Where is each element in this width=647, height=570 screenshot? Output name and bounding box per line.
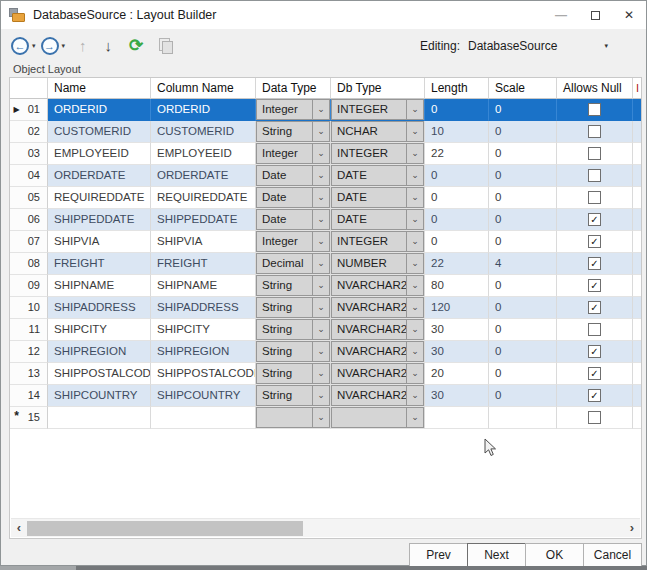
row-indicator-cell[interactable]: 11 (10, 319, 48, 341)
row-indicator-cell[interactable]: 06 (10, 209, 48, 231)
allows-null-checkbox[interactable]: ✓ (588, 235, 601, 248)
grid-row-11[interactable]: 11SHIPCITYSHIPCITYString⌄NVARCHAR2⌄300 (10, 319, 641, 341)
chevron-down-icon[interactable]: ⌄ (312, 100, 329, 119)
row-indicator-cell[interactable]: 10 (10, 297, 48, 319)
data-type-select[interactable]: String⌄ (256, 297, 330, 318)
data-type-select[interactable]: String⌄ (256, 363, 330, 384)
data-type-select[interactable]: Decimal⌄ (256, 253, 330, 274)
chevron-down-icon[interactable]: ⌄ (312, 210, 329, 229)
name-cell[interactable]: EMPLOYEEID (48, 143, 151, 165)
allows-null-checkbox[interactable]: ✓ (588, 279, 601, 292)
column-name-cell[interactable]: SHIPCOUNTRY (151, 385, 256, 407)
allows-null-checkbox[interactable] (588, 411, 601, 424)
chevron-down-icon[interactable]: ⌄ (312, 188, 329, 207)
allows-null-checkbox[interactable]: ✓ (588, 213, 601, 226)
chevron-down-icon[interactable]: ⌄ (406, 276, 423, 295)
column-header-name[interactable]: Name (48, 78, 151, 99)
next-button[interactable]: Next (467, 543, 526, 567)
chevron-down-icon[interactable]: ⌄ (312, 122, 329, 141)
chevron-down-icon[interactable]: ⌄ (406, 342, 423, 361)
scale-cell[interactable] (489, 407, 557, 429)
column-name-cell[interactable] (151, 407, 256, 429)
length-cell[interactable]: 0 (425, 99, 489, 121)
name-cell[interactable]: SHIPADDRESS (48, 297, 151, 319)
chevron-down-icon[interactable]: ⌄ (312, 408, 329, 427)
data-type-select[interactable]: String⌄ (256, 385, 330, 406)
chevron-down-icon[interactable]: ⌄ (406, 254, 423, 273)
chevron-down-icon[interactable]: ⌄ (312, 298, 329, 317)
data-type-select[interactable]: Date⌄ (256, 187, 330, 208)
column-header-db-type[interactable]: Db Type (331, 78, 425, 99)
name-cell[interactable]: REQUIREDDATE (48, 187, 151, 209)
row-indicator-cell[interactable]: *15 (10, 407, 48, 429)
chevron-down-icon[interactable]: ⌄ (312, 144, 329, 163)
column-header-column-name[interactable]: Column Name (151, 78, 256, 99)
column-name-cell[interactable]: CUSTOMERID (151, 121, 256, 143)
data-type-select[interactable]: String⌄ (256, 121, 330, 142)
scale-cell[interactable]: 0 (489, 231, 557, 253)
length-cell[interactable]: 10 (425, 121, 489, 143)
db-type-select[interactable]: ⌄ (331, 407, 424, 428)
name-cell[interactable]: SHIPPEDDATE (48, 209, 151, 231)
grid-row-13[interactable]: 13SHIPPOSTALCODESHIPPOSTALCODEString⌄NVA… (10, 363, 641, 385)
db-type-select[interactable]: NVARCHAR2⌄ (331, 275, 424, 296)
column-name-cell[interactable]: REQUIREDDATE (151, 187, 256, 209)
chevron-down-icon[interactable]: ⌄ (406, 144, 423, 163)
grid-row-01[interactable]: ▶01ORDERIDORDERIDInteger⌄INTEGER⌄00 (10, 99, 641, 121)
row-indicator-cell[interactable]: 04 (10, 165, 48, 187)
length-cell[interactable]: 22 (425, 143, 489, 165)
grid-row-04[interactable]: 04ORDERDATEORDERDATEDate⌄DATE⌄00 (10, 165, 641, 187)
length-cell[interactable]: 0 (425, 231, 489, 253)
horizontal-scrollbar[interactable]: ‹ › (11, 518, 640, 537)
move-down-button[interactable]: ↓ (105, 37, 113, 54)
chevron-down-icon[interactable]: ⌄ (312, 342, 329, 361)
db-type-select[interactable]: NVARCHAR2⌄ (331, 319, 424, 340)
name-cell[interactable]: SHIPPOSTALCODE (48, 363, 151, 385)
column-name-cell[interactable]: SHIPCITY (151, 319, 256, 341)
db-type-select[interactable]: DATE⌄ (331, 165, 424, 186)
chevron-down-icon[interactable]: ⌄ (406, 298, 423, 317)
scale-cell[interactable]: 0 (489, 165, 557, 187)
row-indicator-cell[interactable]: 09 (10, 275, 48, 297)
length-cell[interactable]: 0 (425, 187, 489, 209)
data-type-select[interactable]: Integer⌄ (256, 231, 330, 252)
column-name-cell[interactable]: SHIPADDRESS (151, 297, 256, 319)
column-header-allows-null[interactable]: Allows Null (557, 78, 633, 99)
move-up-button[interactable]: ↑ (79, 37, 87, 54)
name-cell[interactable] (48, 407, 151, 429)
row-indicator-cell[interactable]: 03 (10, 143, 48, 165)
row-indicator-cell[interactable]: 14 (10, 385, 48, 407)
forward-button[interactable]: → (41, 37, 59, 55)
name-cell[interactable]: SHIPVIA (48, 231, 151, 253)
length-cell[interactable]: 120 (425, 297, 489, 319)
scale-cell[interactable]: 0 (489, 143, 557, 165)
chevron-down-icon[interactable]: ⌄ (406, 386, 423, 405)
db-type-select[interactable]: INTEGER⌄ (331, 231, 424, 252)
length-cell[interactable]: 30 (425, 385, 489, 407)
scale-cell[interactable]: 0 (489, 363, 557, 385)
allows-null-checkbox[interactable] (588, 323, 601, 336)
length-cell[interactable] (425, 407, 489, 429)
length-cell[interactable]: 80 (425, 275, 489, 297)
allows-null-checkbox[interactable]: ✓ (588, 389, 601, 402)
column-name-cell[interactable]: SHIPNAME (151, 275, 256, 297)
chevron-down-icon[interactable]: ⌄ (406, 320, 423, 339)
scale-cell[interactable]: 0 (489, 385, 557, 407)
db-type-select[interactable]: DATE⌄ (331, 209, 424, 230)
data-type-select[interactable]: Integer⌄ (256, 143, 330, 164)
chevron-down-icon[interactable]: ⌄ (406, 122, 423, 141)
grid-row-03[interactable]: 03EMPLOYEEIDEMPLOYEEIDInteger⌄INTEGER⌄22… (10, 143, 641, 165)
grid-row-10[interactable]: 10SHIPADDRESSSHIPADDRESSString⌄NVARCHAR2… (10, 297, 641, 319)
column-name-cell[interactable]: SHIPVIA (151, 231, 256, 253)
row-indicator-cell[interactable]: 02 (10, 121, 48, 143)
name-cell[interactable]: ORDERDATE (48, 165, 151, 187)
chevron-down-icon[interactable]: ⌄ (406, 188, 423, 207)
db-type-select[interactable]: NVARCHAR2⌄ (331, 385, 424, 406)
db-type-select[interactable]: NCHAR⌄ (331, 121, 424, 142)
length-cell[interactable]: 0 (425, 165, 489, 187)
allows-null-checkbox[interactable]: ✓ (588, 345, 601, 358)
chevron-down-icon[interactable]: ⌄ (312, 166, 329, 185)
chevron-down-icon[interactable]: ⌄ (312, 364, 329, 383)
length-cell[interactable]: 22 (425, 253, 489, 275)
db-type-select[interactable]: INTEGER⌄ (331, 143, 424, 164)
